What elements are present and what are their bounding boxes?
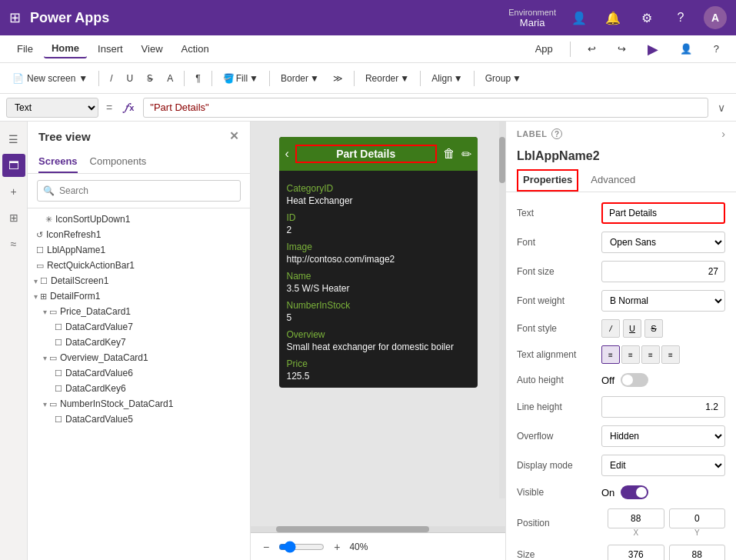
tree-item-rectquickactionbar1[interactable]: ▭ RectQuickActionBar1	[28, 258, 250, 273]
search-input[interactable]	[37, 180, 241, 202]
phone-header: ‹ Part Details 🗑 ✏	[279, 137, 478, 171]
align-justify-btn[interactable]: ≡	[661, 345, 680, 364]
help-circle-icon[interactable]: ?	[551, 128, 562, 139]
tree-item-detailform1[interactable]: ▾ ⊞ DetailForm1	[28, 288, 250, 304]
autoheight-off-label: Off	[601, 375, 614, 386]
font-size-input[interactable]	[601, 261, 725, 282]
user-icon[interactable]: 👤	[568, 7, 590, 28]
formula-expand-icon[interactable]: ∨	[713, 102, 730, 114]
align-left-btn[interactable]: ≡	[601, 345, 620, 364]
tree-item-lblappname1[interactable]: ☐ LblAppName1	[28, 242, 250, 258]
text-input[interactable]	[601, 202, 725, 224]
fill-button[interactable]: 🪣 Fill ▼	[217, 70, 265, 87]
menu-home[interactable]: Home	[44, 39, 87, 58]
avatar[interactable]: A	[704, 6, 727, 29]
underline-style-btn[interactable]: U	[623, 319, 641, 338]
tree-item-datacardkey7[interactable]: ☐ DataCardKey7	[28, 335, 250, 350]
app-btn[interactable]: App	[528, 40, 561, 58]
phone-title[interactable]: Part Details	[295, 145, 437, 163]
formula-input[interactable]	[143, 98, 708, 118]
line-height-input[interactable]	[601, 396, 725, 418]
zoom-in-button[interactable]: +	[331, 539, 343, 555]
property-select[interactable]: Text	[6, 98, 98, 118]
align-right-btn[interactable]: ≡	[641, 345, 660, 364]
border-button[interactable]: Border ▼	[275, 70, 325, 87]
font-select[interactable]: Open Sans	[601, 232, 725, 253]
reorder-button[interactable]: Reorder ▼	[359, 70, 415, 87]
tree-item-overview-datacard1[interactable]: ▾ ▭ Overview_DataCard1	[28, 350, 250, 365]
tree-item-iconsortupdown1[interactable]: ✳ IconSortUpDown1	[28, 212, 250, 227]
left-icon-vars[interactable]: ≈	[2, 232, 25, 255]
equals-sign: =	[103, 102, 115, 114]
expand-btn[interactable]: ≫	[327, 70, 349, 87]
run-btn[interactable]: ▶	[640, 38, 666, 61]
tree-item-detailscreen1[interactable]: ▾ ☐ DetailScreen1	[28, 273, 250, 288]
delete-icon[interactable]: 🗑	[443, 147, 455, 162]
font-weight-select[interactable]: B Normal	[601, 290, 725, 312]
align-button[interactable]: Align ▼	[425, 70, 469, 87]
expand-icon: ▾	[43, 400, 47, 408]
tab-screens[interactable]: Screens	[38, 151, 78, 173]
field-value-4: 5	[287, 312, 470, 323]
tab-properties[interactable]: Properties	[517, 169, 578, 192]
menu-view[interactable]: View	[134, 40, 171, 58]
menu-file[interactable]: File	[9, 40, 41, 58]
size-w-input[interactable]	[608, 545, 664, 560]
zoom-slider[interactable]	[278, 541, 325, 553]
right-panel-expand-icon[interactable]: ›	[721, 128, 725, 140]
settings-icon[interactable]: ⚙	[636, 7, 658, 28]
autoheight-switch[interactable]	[621, 373, 648, 387]
menu-insert[interactable]: Insert	[90, 40, 131, 58]
canvas-scroll-thumb[interactable]	[499, 137, 505, 183]
canvas-vertical-scrollbar[interactable]	[499, 122, 505, 498]
size-h-input[interactable]	[669, 545, 726, 560]
back-icon[interactable]: ‹	[285, 147, 289, 161]
font-color-btn[interactable]: A	[161, 70, 179, 87]
tree-item-numberinstock-datacard1[interactable]: ▾ ▭ NumberInStock_DataCard1	[28, 396, 250, 412]
tab-components[interactable]: Components	[90, 151, 147, 173]
visible-switch[interactable]	[621, 485, 648, 499]
zoom-out-button[interactable]: −	[260, 539, 272, 555]
align-center-btn[interactable]: ≡	[621, 345, 640, 364]
item-icon: ✳	[45, 215, 52, 225]
help-top-btn[interactable]: ?	[706, 40, 727, 58]
new-screen-button[interactable]: 📄 New screen ▼	[6, 70, 94, 87]
tab-advanced[interactable]: Advanced	[591, 169, 635, 192]
overflow-select[interactable]: Hidden	[601, 425, 725, 447]
strikethrough-style-btn[interactable]: S	[644, 319, 663, 338]
tree-item-iconrefresh1[interactable]: ↺ IconRefresh1	[28, 227, 250, 242]
group-button[interactable]: Group ▼	[479, 70, 528, 87]
italic-btn[interactable]: /	[601, 319, 620, 338]
help-icon[interactable]: ?	[670, 7, 691, 28]
left-icon-data[interactable]: ⊞	[2, 206, 25, 229]
properties-list: Text Font Open Sans Font size	[506, 192, 736, 560]
left-icon-screens[interactable]: 🗖	[2, 154, 25, 177]
strikethrough-btn[interactable]: S̶	[141, 70, 159, 87]
position-x-input[interactable]	[608, 508, 664, 528]
tree-item-datacardvalue7[interactable]: ☐ DataCardValue7	[28, 319, 250, 335]
close-icon[interactable]: ✕	[229, 129, 239, 143]
share-btn[interactable]: 👤	[672, 40, 700, 58]
displaymode-select[interactable]: Edit	[601, 455, 725, 476]
grid-icon[interactable]: ⊞	[9, 9, 21, 26]
format-pencil-btn[interactable]: /	[104, 70, 118, 87]
left-icon-add[interactable]: +	[2, 180, 25, 203]
notification-icon[interactable]: 🔔	[602, 7, 624, 28]
fx-button[interactable]: 𝑓x	[120, 101, 138, 114]
canvas-hscroll-thumb[interactable]	[276, 526, 429, 532]
tree-item-datacardkey6[interactable]: ☐ DataCardKey6	[28, 381, 250, 396]
paragraph-btn[interactable]: ¶	[189, 70, 206, 87]
menu-action[interactable]: Action	[174, 40, 217, 58]
tree-item-price-datacard1[interactable]: ▾ ▭ Price_DataCard1	[28, 304, 250, 319]
tree-item-datacardvalue5[interactable]: ☐ DataCardValue5	[28, 412, 250, 427]
position-y-input[interactable]	[669, 508, 726, 528]
underline-btn[interactable]: U	[121, 70, 140, 87]
prop-row-fontweight: Font weight B Normal	[506, 286, 736, 315]
canvas-hscrollbar[interactable]	[251, 526, 505, 532]
undo-btn[interactable]: ↩	[580, 40, 604, 58]
left-icon-menu[interactable]: ☰	[2, 128, 25, 151]
edit-icon[interactable]: ✏	[461, 147, 471, 162]
tree-item-datacardvalue6[interactable]: ☐ DataCardValue6	[28, 365, 250, 381]
redo-btn[interactable]: ↪	[610, 40, 634, 58]
prop-label-fontstyle: Font style	[517, 323, 601, 334]
